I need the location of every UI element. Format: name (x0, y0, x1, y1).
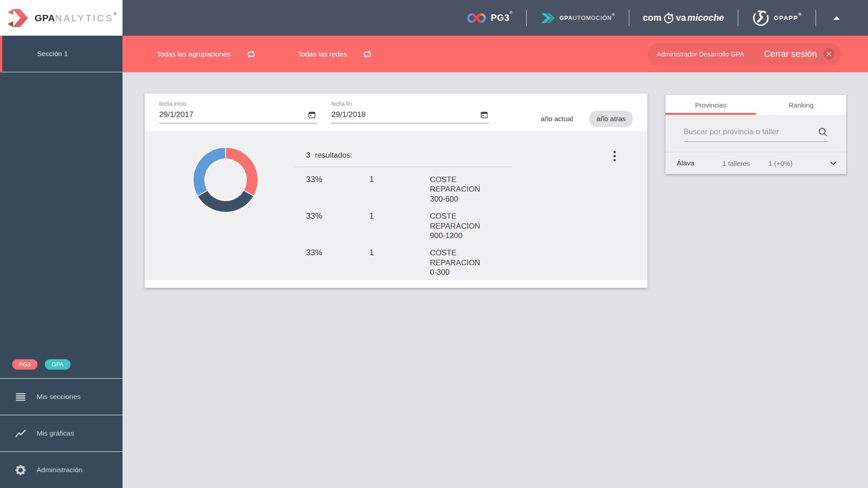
results-divider (295, 167, 512, 167)
panel-tabs: Provincias Ranking (665, 95, 846, 115)
sidebar-spacer (0, 72, 123, 359)
gpanalytics-arrow-icon (6, 8, 29, 28)
sidebar-item-mis-graficas[interactable]: Mis gráficas (0, 415, 123, 451)
header-divider (816, 10, 816, 26)
calendar-icon[interactable] (307, 110, 316, 119)
donut-segment[interactable] (193, 147, 226, 196)
chevron-down-icon[interactable] (828, 158, 838, 168)
redes-filter[interactable]: Todas las redes (298, 49, 374, 60)
card-date-bar: fecha inicio 29/1/2017 fecha fin 29/1/20… (145, 94, 647, 131)
province-name: Álava (677, 159, 722, 167)
compravamicoche-part2: va (676, 13, 686, 23)
tab-provincias[interactable]: Provincias (665, 95, 756, 115)
province-row-alava[interactable]: Álava 1 talleres 1 (+0%) (665, 152, 846, 174)
result-row[interactable]: 33% 1 COSTE REPARACION 300-600 (295, 175, 512, 204)
logout-button[interactable]: Cerrar sesión (764, 49, 817, 59)
user-name: Administrador Desarrollo GPA (657, 51, 744, 58)
active-tab-underline (665, 113, 756, 115)
brand-reg: ® (113, 12, 117, 16)
swap-icon (245, 49, 257, 60)
province-search-area (665, 115, 846, 152)
tab-ranking[interactable]: Ranking (756, 95, 846, 115)
date-end-label: fecha fin (331, 101, 489, 107)
result-label: COSTE REPARACION 900-1200 (430, 211, 489, 240)
sidebar-item-label: Mis secciones (37, 393, 80, 401)
province-search-input[interactable] (684, 127, 817, 136)
results-label: resultados: (315, 151, 352, 160)
list-icon (15, 393, 26, 401)
gpapp-wrench-icon (752, 9, 770, 27)
collapse-header-button[interactable] (830, 12, 843, 24)
year-back-button[interactable]: año atras (589, 111, 633, 127)
gpautomocion-gpa: GPA (560, 15, 573, 21)
sidebar-item-mis-secciones[interactable]: Mis secciones (0, 378, 123, 415)
agrupaciones-filter-label: Todas las agrupaciones (157, 50, 231, 58)
sidebar-badges: PG3 GPA (0, 359, 123, 378)
main-content: fecha inicio 29/1/2017 fecha fin 29/1/20… (123, 72, 868, 488)
gpapp-reg: ® (798, 12, 802, 17)
search-icon[interactable] (817, 127, 828, 137)
pg3-logo: PG3® (467, 11, 512, 25)
year-buttons: año actual año atras (533, 101, 633, 131)
header-divider (738, 10, 738, 26)
date-end-value: 29/1/2018 (331, 110, 366, 119)
sidebar-item-administracion[interactable]: Administración (0, 451, 123, 488)
compravamicoche-part3: micoche (687, 13, 724, 23)
logout-close-icon[interactable] (823, 48, 835, 60)
app-header: GPANALYTICS® PG3® GPAUTOMOCIÓN (0, 0, 868, 36)
card-chart-area: 3resultados: 33% 1 COSTE REPARACION 300-… (145, 131, 647, 280)
header-divider (526, 10, 527, 26)
compravamicoche-part1: com (643, 13, 661, 23)
date-start-value: 29/1/2017 (159, 110, 193, 119)
header-divider (629, 10, 629, 26)
stopwatch-icon (663, 12, 675, 24)
result-percent: 33% (306, 248, 369, 277)
swap-icon (361, 49, 373, 60)
result-count: 1 (369, 248, 430, 277)
redes-filter-label: Todas las redes (298, 50, 347, 58)
result-percent: 33% (306, 211, 369, 240)
date-end-input[interactable]: 29/1/2018 (331, 110, 489, 123)
province-search-field (684, 127, 828, 142)
result-label: COSTE REPARACION 0-300 (430, 248, 489, 277)
provinces-panel: Provincias Ranking Álava 1 talleres 1 (+… (665, 95, 846, 174)
brand-nalytics: NALYTICS (55, 13, 113, 23)
gpanalytics-wordmark: GPANALYTICS® (34, 13, 116, 23)
year-current-button[interactable]: año actual (533, 111, 580, 127)
gpautomocion-chevrons-icon (540, 11, 556, 25)
donut-segment[interactable] (198, 190, 254, 212)
chart-card: fecha inicio 29/1/2017 fecha fin 29/1/20… (145, 94, 647, 288)
result-label: COSTE REPARACION 300-600 (430, 175, 489, 204)
pg3-label: PG3 (491, 13, 509, 23)
agrupaciones-filter[interactable]: Todas las agrupaciones (157, 49, 257, 60)
date-start-input[interactable]: 29/1/2017 (159, 110, 316, 123)
gpautomocion-reg: ® (612, 13, 615, 17)
result-row[interactable]: 33% 1 COSTE REPARACION 900-1200 (295, 211, 512, 240)
pg3-infinity-icon (467, 11, 486, 25)
province-value: 1 (+0%) (769, 160, 828, 167)
calendar-icon[interactable] (480, 110, 489, 119)
pg3-reg: ® (509, 10, 513, 15)
pg3-badge-label: PG3 (19, 361, 31, 368)
sidebar-item-label: Mis gráficas (37, 429, 74, 437)
results-count: 3 (306, 151, 310, 160)
result-row[interactable]: 33% 1 COSTE REPARACION 0-300 (295, 248, 512, 277)
sidebar-item-seccion-1[interactable]: Sección 1 (0, 36, 123, 72)
gpanalytics-logo: GPANALYTICS® (0, 0, 123, 36)
date-start-label: fecha inicio (159, 101, 316, 107)
pg3-badge[interactable]: PG3 (12, 359, 38, 370)
compravamicoche-logo: com vamicoche (643, 12, 724, 24)
donut-chart[interactable] (189, 144, 262, 216)
chart-line-icon (15, 430, 26, 437)
donut-segment[interactable] (226, 147, 258, 196)
filters-toolbar: Todas las agrupaciones Todas las redes (123, 36, 868, 72)
date-start-field: fecha inicio 29/1/2017 (159, 101, 316, 131)
gear-icon (15, 465, 26, 475)
header-logos: PG3® GPAUTOMOCIÓN® com (467, 0, 868, 36)
card-menu-button[interactable] (612, 149, 618, 163)
result-percent: 33% (306, 175, 369, 204)
gpa-badge[interactable]: GPA (45, 359, 71, 370)
session-pill: Administrador Desarrollo GPA Cerrar sesi… (647, 43, 841, 66)
gpa-badge-label: GPA (52, 361, 64, 368)
result-count: 1 (369, 175, 430, 204)
